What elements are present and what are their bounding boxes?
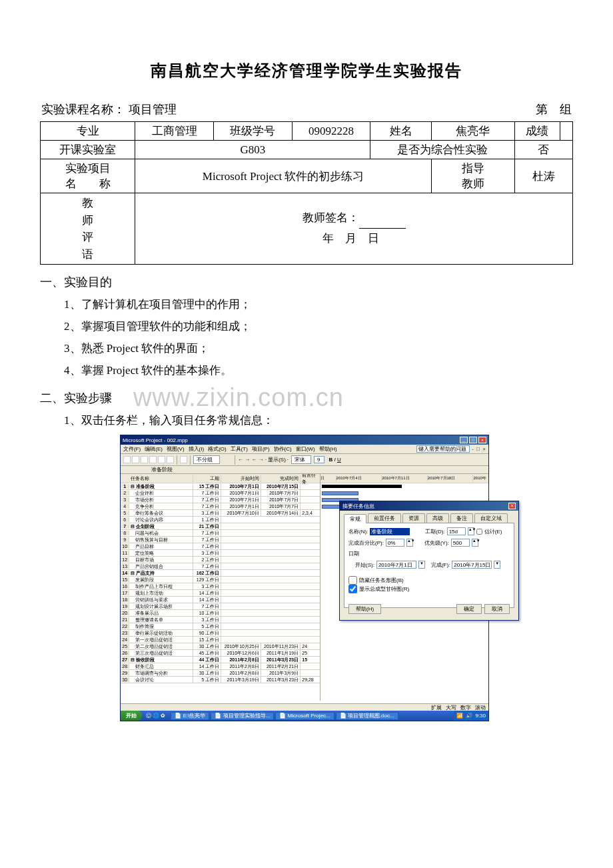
open-icon[interactable] (132, 456, 139, 463)
dlg-start-input[interactable] (376, 561, 416, 569)
table-row[interactable]: 23 举行展示促销活动90 工作日 (121, 630, 320, 637)
display-dropdown[interactable]: 显示(S) (268, 456, 286, 463)
tray-icon[interactable]: 📶 (456, 713, 463, 719)
table-row[interactable]: 7⊟ 企划阶段21 工作日 (121, 523, 320, 530)
menubar: 文件(F)编辑(E)视图(V)插入(I)格式(O)工具(T)项目(P)协作(C)… (121, 445, 488, 454)
menu-item[interactable]: 视图(V) (167, 445, 185, 453)
print-icon[interactable] (149, 456, 157, 463)
dialog-tab[interactable]: 资源 (402, 513, 425, 523)
menu-item[interactable]: 工具(T) (231, 445, 248, 453)
dialog-tab[interactable]: 前置任务 (368, 513, 401, 523)
gantt-chart[interactable]: 日 2010年7月4日 2010年7月11日 2010年7月18日 2010年 (320, 474, 488, 701)
start-button[interactable]: 开始 (121, 711, 142, 721)
menu-item[interactable]: 窗口(W) (296, 445, 315, 453)
undo-icon[interactable] (167, 456, 174, 463)
taskbar-item[interactable]: 📄 E:\焦亮华 (171, 712, 209, 720)
table-row[interactable]: 29 市场调查与分析30 工作日2011年2月8日2011年3月9日 (121, 670, 320, 677)
dialog-titlebar[interactable]: 摘要任务信息 × (340, 501, 518, 511)
table-row[interactable]: 3 市场分析7 工作日2010年7月1日2010年7月7日 (121, 497, 320, 503)
window-titlebar[interactable]: Microsoft Project - 002.mpp _ □ × (121, 435, 488, 445)
new-icon[interactable] (123, 456, 131, 463)
dlg-end-input[interactable] (452, 561, 492, 569)
dlg-percent-input[interactable] (386, 539, 404, 547)
dlg-priority-input[interactable] (451, 539, 470, 547)
system-tray[interactable]: 📶 🔊 9:30 (454, 711, 488, 721)
tray-icon[interactable]: 🔊 (466, 713, 472, 719)
maximize-icon[interactable]: □ (469, 437, 477, 443)
menu-item[interactable]: 插入(I) (189, 445, 205, 453)
table-row[interactable]: 9 销售预算与目标7 工作日 (121, 537, 320, 543)
evaluation-label: 教师评语 (41, 193, 135, 265)
menu-item[interactable]: 协作(C) (274, 445, 292, 453)
close-icon[interactable]: × (478, 437, 486, 443)
table-row[interactable]: 10 产品目标7 工作日 (121, 543, 320, 550)
table-row[interactable]: 18 营销训练与要求14 工作日 (121, 597, 320, 603)
windows-taskbar[interactable]: 开始 Ⓒ 🌐 ✿ 📄 E:\焦亮华📄 项目管理实验指导...📄 Microsof… (121, 711, 488, 721)
dlg-cancel-button[interactable]: 取消 (484, 604, 510, 614)
dialog-tab[interactable]: 常规 (344, 514, 366, 523)
table-row[interactable]: 28 财务汇总14 工作日2011年2月8日2011年2月21日 (121, 663, 320, 670)
font-dropdown[interactable]: 宋体 (291, 455, 311, 464)
table-row[interactable]: 12 目标市场2 工作日 (121, 557, 320, 563)
taskbar-item[interactable]: 📄 项目管理实验指导... (211, 712, 274, 720)
taskbar-item[interactable]: 📄 项目管理截图.doc... (336, 712, 398, 720)
table-row[interactable]: 11 定位策略3 工作日 (121, 550, 320, 557)
table-row[interactable]: 24 第一次增品促销活15 工作日 (121, 637, 320, 643)
task-table[interactable]: 任务名称 工期 开始时间 完成时间 前置任务 1⊟ 准备阶段15 工作日2010… (121, 474, 320, 701)
table-row[interactable]: 13 产品营销组合7 工作日 (121, 563, 320, 570)
table-row[interactable]: 27⊟ 验收阶段44 工作日2011年2月8日2011年3月23日15 (121, 657, 320, 663)
menu-item[interactable]: 格式(O) (208, 445, 227, 453)
table-row[interactable]: 20 准备展示品10 工作日 (121, 610, 320, 617)
dialog-close-icon[interactable]: × (508, 503, 516, 509)
dialog-tab[interactable]: 自定义域 (474, 513, 508, 523)
dialog-tab[interactable]: 备注 (450, 513, 473, 523)
minimize-icon[interactable]: _ (460, 437, 468, 443)
table-row[interactable]: 8 问题与机会7 工作日 (121, 530, 320, 537)
table-row[interactable]: 14⊟ 产品支持162 工作日 (121, 570, 320, 577)
menu-item[interactable]: 文件(F) (123, 445, 141, 453)
dialog-title: 摘要任务信息 (342, 503, 374, 510)
dlg-rollup-checkbox[interactable] (348, 585, 357, 593)
table-row[interactable]: 17 规划上市活动14 工作日 (121, 590, 320, 597)
table-row[interactable]: 19 规划设计展示场所7 工作日 (121, 603, 320, 610)
table-row[interactable]: 26 第三次增品促销活45 工作日2010年12月6日2011年1月19日25 (121, 650, 320, 657)
dlg-ok-button[interactable]: 确定 (456, 604, 482, 614)
fontsize-dropdown[interactable]: 9 (314, 456, 324, 463)
dlg-duration-input[interactable] (447, 527, 466, 535)
table-row[interactable]: 16 制作产品上市日程3 工作日 (121, 583, 320, 590)
table-row[interactable]: 5 举行筹备会议3 工作日2010年7月10日2010年7月14日2,3,4 (121, 510, 320, 517)
chevron-down-icon[interactable]: ▼ (494, 561, 500, 569)
link-icon[interactable] (180, 456, 187, 463)
table-row[interactable]: 15 发展阶段129 工作日 (121, 577, 320, 583)
dlg-help-button[interactable]: 帮助(H) (348, 604, 381, 614)
group-dropdown[interactable]: 不分组 (193, 455, 220, 464)
dialog-tabs: 常规前置任务资源高级备注自定义域 (340, 511, 518, 523)
table-row[interactable]: 30 会议讨论5 工作日2011年3月19日2011年3月23日29,28 (121, 677, 320, 683)
menu-item[interactable]: 帮助(H) (319, 445, 337, 453)
save-icon[interactable] (141, 456, 148, 463)
preview-icon[interactable] (158, 456, 165, 463)
table-row[interactable]: 6 讨论会议内容1 工作日 (121, 517, 320, 523)
table-row[interactable]: 4 竞争分析7 工作日2010年7月1日2010年7月7日 (121, 503, 320, 510)
doc-close-icon[interactable]: - □ × (472, 446, 486, 452)
help-search-input[interactable] (416, 445, 470, 453)
section-1-title: 一、实验目的 (40, 274, 573, 290)
dlg-start-label: 开始(S): (355, 561, 374, 569)
dlg-hidebar-checkbox[interactable] (348, 576, 357, 585)
taskbar-item[interactable]: 📄 Microsoft Projec... (275, 712, 334, 720)
table-row[interactable]: 2 企业评析7 工作日2010年7月1日2010年7月7日 (121, 490, 320, 497)
table-row[interactable]: 22 制作简报5 工作日 (121, 623, 320, 630)
table-row[interactable]: 1⊟ 准备阶段15 工作日2010年7月1日2010年7月15日 (121, 483, 320, 490)
menu-item[interactable]: 项目(P) (252, 445, 270, 453)
table-row[interactable]: 25 第二次增品促销活30 工作日2010年10月25日2010年11月23日2… (121, 643, 320, 650)
current-task-name: 准备阶段 (151, 466, 173, 473)
group-label: 第 组 (536, 101, 572, 117)
dlg-name-input[interactable]: 准备阶段 (370, 528, 410, 535)
dlg-estimated-checkbox[interactable] (476, 529, 482, 535)
table-row[interactable]: 21 整理邀请名单3 工作日 (121, 617, 320, 623)
dialog-body: 名称(N): 准备阶段 工期(D): ▲▼ 估计(E) 完成百分比(P): ▲▼ (344, 523, 514, 608)
dialog-tab[interactable]: 高级 (426, 513, 449, 523)
chevron-down-icon[interactable]: ▼ (418, 561, 425, 569)
menu-item[interactable]: 编辑(E) (145, 445, 163, 453)
major-label: 专业 (41, 122, 135, 141)
